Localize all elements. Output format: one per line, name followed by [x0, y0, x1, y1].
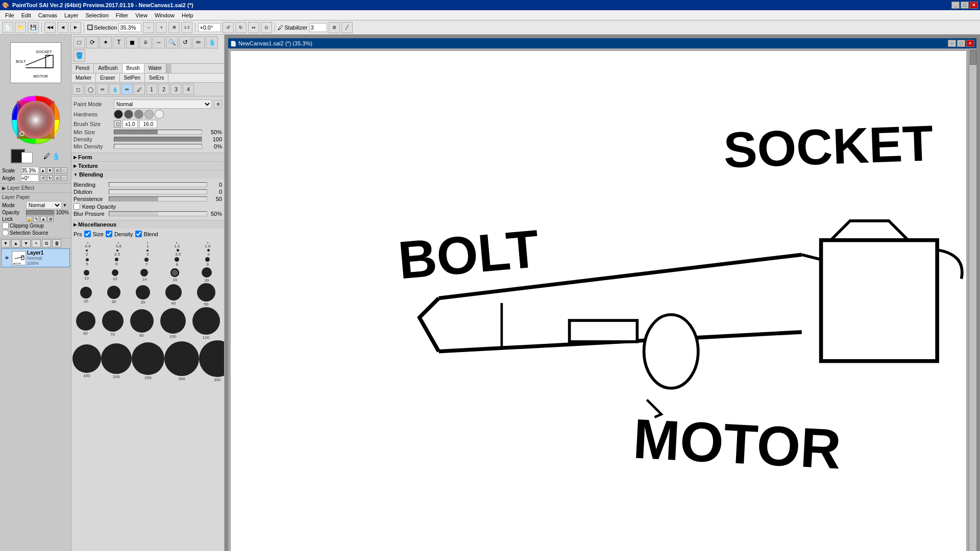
close-button[interactable]: ✕ — [970, 2, 978, 9]
brush-size-multiplier[interactable] — [122, 120, 138, 128]
tab-water[interactable]: Water — [144, 64, 166, 73]
brush-preset4[interactable]: 4 — [183, 84, 194, 95]
blur-pressure-slider[interactable] — [109, 211, 207, 216]
canvas-maximize-btn[interactable]: □ — [957, 40, 965, 47]
nav-btn1[interactable]: ◀◀ — [44, 22, 56, 33]
mode-select[interactable]: Normal Multiply Screen Overlay — [26, 201, 62, 209]
angle-btn2[interactable]: ↻ — [47, 175, 53, 181]
opacity-slider[interactable] — [26, 210, 55, 215]
eyedropper-tool[interactable]: 💧 — [206, 36, 218, 48]
angle-btn1[interactable]: ↺ — [40, 175, 46, 181]
minimize-button[interactable]: _ — [951, 2, 960, 9]
eyedropper-icon[interactable]: 💧 — [52, 152, 60, 160]
new-button[interactable]: 📄 — [2, 22, 13, 33]
tab-selers[interactable]: SelErs — [145, 73, 168, 82]
hardness-btn2[interactable] — [124, 110, 133, 119]
scale-dec[interactable]: ▲ — [40, 167, 46, 173]
lock-btn2[interactable]: ✎ — [33, 216, 39, 222]
zoom-input[interactable] — [118, 23, 141, 32]
canvas-close-btn[interactable]: ✕ — [966, 40, 974, 47]
canvas-minimize-btn[interactable]: − — [948, 40, 956, 47]
layer-effect-header[interactable]: ▶ Layer Effect — [2, 185, 69, 191]
angle-btn3[interactable]: ⊙ — [54, 175, 60, 181]
menu-view[interactable]: View — [132, 11, 151, 19]
lock-btn1[interactable]: 🔓 — [26, 216, 32, 222]
brush-dot-08[interactable] — [118, 242, 119, 243]
tab-selpen[interactable]: SelPen — [120, 73, 145, 82]
layer-item[interactable]: 👁 MOTOR Layer1 Normal 100% — [1, 248, 70, 267]
open-button[interactable]: 📁 — [15, 22, 26, 33]
menu-window[interactable]: Window — [152, 11, 178, 19]
brush-preset2[interactable]: 2 — [158, 84, 169, 95]
blending-section-header[interactable]: ▼ Blending — [71, 170, 224, 179]
hardness-btn4[interactable] — [144, 110, 154, 119]
brush-dot-12[interactable] — [112, 269, 118, 276]
form-section-header[interactable]: ▶ Form — [71, 153, 224, 161]
color-tool[interactable]: ≡ — [139, 36, 152, 48]
canvas-scrollbar-vertical[interactable] — [969, 48, 976, 551]
brush-sub4[interactable]: 💧 — [109, 84, 120, 95]
scale-inc[interactable]: ▼ — [47, 167, 53, 173]
keep-opacity-checkbox[interactable] — [74, 203, 80, 210]
pen-settings[interactable]: ╱ — [341, 22, 353, 33]
stabilizer-input[interactable] — [309, 23, 327, 32]
brush-dot-25[interactable] — [80, 287, 92, 298]
zoom-out-btn[interactable]: − — [143, 22, 154, 33]
brush-dot-25[interactable] — [116, 249, 118, 252]
scale-btn4[interactable]: □ — [61, 167, 67, 173]
fit-btn[interactable]: ⊞ — [168, 22, 180, 33]
brush-dot-40[interactable] — [165, 284, 182, 300]
layer-copy-btn[interactable]: ⧉ — [42, 239, 51, 247]
color-wheel[interactable] — [8, 92, 64, 148]
drawing-canvas[interactable]: SOCKET BOLT — [231, 51, 966, 551]
brush-dot-16[interactable] — [207, 242, 208, 243]
tab-marker[interactable]: Marker — [71, 73, 96, 82]
brush-size-toggle[interactable]: ◻ — [114, 120, 121, 128]
brush-dot-350[interactable] — [199, 340, 224, 377]
zoom-in-btn[interactable]: + — [156, 22, 167, 33]
brush-dot-35[interactable] — [136, 285, 150, 299]
hardness-btn1[interactable] — [114, 110, 123, 119]
menu-canvas[interactable]: Canvas — [35, 11, 60, 19]
brush-sub1[interactable]: ◻ — [72, 84, 84, 95]
brush-dot-60[interactable] — [76, 311, 95, 331]
tab-airbrush[interactable]: AirBrush — [94, 64, 122, 73]
misc-section-header[interactable]: ▶ Miscellaneous — [71, 220, 224, 229]
brush-dot-250[interactable] — [132, 342, 164, 375]
stabilizer-settings[interactable]: ⚙ — [329, 22, 340, 33]
brush-dot-70[interactable] — [102, 310, 124, 332]
density-slider[interactable] — [114, 137, 202, 142]
layer-up-btn[interactable]: ▲ — [11, 239, 20, 247]
persistence-slider[interactable] — [109, 196, 207, 202]
brush-dot-160[interactable] — [72, 344, 101, 373]
menu-layer[interactable]: Layer — [61, 11, 82, 19]
zoom100-btn[interactable]: 1:1 — [181, 22, 192, 33]
brush-dot-5[interactable] — [86, 258, 89, 261]
brush-dot-6[interactable] — [115, 258, 118, 261]
brush-size-value[interactable] — [139, 120, 157, 128]
clipping-checkbox[interactable] — [2, 222, 9, 229]
lock-btn3[interactable]: ▲ — [40, 216, 46, 222]
paint-mode-settings[interactable]: ⚙ — [214, 100, 222, 108]
density-checkbox[interactable] — [106, 231, 112, 237]
fill-tool[interactable]: ◼ — [126, 36, 138, 48]
brush-dot-14[interactable] — [140, 269, 148, 277]
rotation-input[interactable] — [198, 23, 221, 32]
menu-help[interactable]: Help — [179, 11, 197, 19]
layer-delete-btn[interactable]: 🗑 — [52, 239, 61, 247]
min-density-slider[interactable] — [114, 144, 202, 149]
menu-file[interactable]: File — [2, 11, 17, 19]
scale-btn3[interactable]: ⊙ — [54, 167, 60, 173]
brush-dot-2[interactable] — [86, 249, 88, 252]
brush-preset3[interactable]: 3 — [170, 84, 182, 95]
angle-btn4[interactable]: □ — [61, 175, 67, 181]
brush-dot-13[interactable] — [176, 242, 177, 243]
pen-tool[interactable]: ✏ — [192, 36, 205, 48]
reset-rot-btn[interactable]: ⊙ — [261, 22, 272, 33]
brush-sub5[interactable]: ✏ — [121, 84, 133, 95]
brush-preset1[interactable]: 1 — [146, 84, 157, 95]
brush-dot-10[interactable] — [84, 270, 89, 276]
brush-tabs-scrollbar[interactable] — [166, 64, 172, 73]
flip-h-btn[interactable]: ⇔ — [248, 22, 259, 33]
brush-dot-100[interactable] — [160, 308, 186, 334]
